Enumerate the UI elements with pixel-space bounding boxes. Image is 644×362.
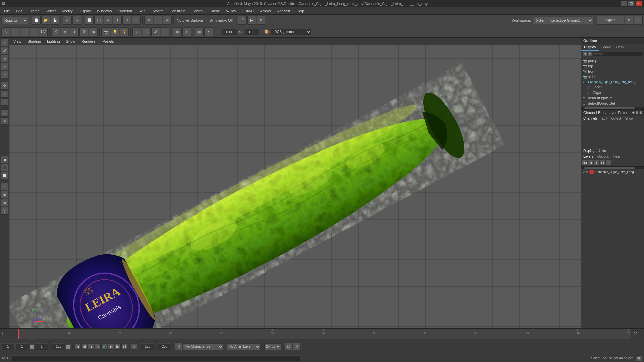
soft-mod-tool[interactable]: ◡ [1,109,8,117]
open-file-button[interactable]: 📂 [41,16,50,25]
dp-subtab-options[interactable]: Options [595,154,611,159]
dp-prev-btn[interactable]: ◀◀ [582,160,587,165]
transport-go-start[interactable]: |◀ [74,344,80,350]
menu-create[interactable]: Create [26,8,42,14]
hair-tool-button[interactable]: ∿ [1,63,8,70]
fps-select[interactable]: 24 fps [264,343,281,350]
help-icon[interactable]: ? [634,16,643,25]
dp-tab-display[interactable]: Display [581,148,596,154]
outliner-item-group[interactable]: ▸ Cannabis_Cigar_Leira_Long_ncl1_1 [581,79,644,84]
menu-help[interactable]: Help [294,8,307,14]
outliner-item-top[interactable]: 📷 top [581,63,644,69]
gamma-select[interactable]: sRGB gamma [271,28,311,35]
outliner-item-lightset[interactable]: ⊙ defaultLightSet [581,95,644,101]
paint-button[interactable]: ✏ [104,16,112,25]
isolate-button[interactable]: ◐ [195,27,204,36]
menu-skeleton[interactable]: Skeleton [115,8,135,14]
grid-icon[interactable]: ⊞ [1,199,8,206]
outliner-tab-display[interactable]: Display [581,44,599,51]
display-hscroll-handle[interactable] [584,167,635,169]
cb-tab-edit[interactable]: Edit [599,116,609,121]
wireframe-button[interactable]: ◈ [61,27,69,36]
texture-button[interactable]: 🖼 [79,27,88,36]
outliner-item-front[interactable]: 📷 front [581,69,644,74]
menu-file[interactable]: File [1,8,13,14]
lasso-button[interactable]: ◯ [94,16,103,25]
transport-loop[interactable]: ⟳ [131,344,137,350]
redo-button[interactable]: ↪ [72,16,81,25]
save-file-button[interactable]: 💾 [51,16,59,25]
render-button[interactable]: 🎬 [238,16,247,25]
viewport[interactable]: View Shading Lighting Show Renderer Pane… [9,38,581,328]
sculpt-tool[interactable]: ◡ [161,27,169,36]
window-controls[interactable]: — ❐ ✕ [621,1,644,6]
transport-play-fwd[interactable]: ▶ [101,344,107,350]
layer-row[interactable]: V P Cannabis_Cigar_Leira_Long [581,169,644,175]
cluster-tool-button[interactable]: ⊙ [1,55,8,62]
menu-edit[interactable]: Edit [13,8,25,14]
dp-subtab-help[interactable]: Help [611,154,622,159]
timeline[interactable]: 1 1 10 20 30 40 50 60 70 80 90 100 [0,328,644,339]
vp-menu-view[interactable]: View [11,39,24,44]
outliner-item-persp[interactable]: 📷 persp [581,58,644,63]
dp-add-btn[interactable]: + [606,160,611,165]
transport-prev-key[interactable]: ◀| [81,344,87,350]
anim-end-input[interactable] [141,343,154,350]
menu-3dtoall[interactable]: 3DtoAll [239,8,257,14]
select-button[interactable]: ⬜ [85,16,94,25]
settings-button-2[interactable]: ⚙ [293,343,300,350]
minimize-button[interactable]: — [621,1,627,6]
new-file-button[interactable]: 📄 [32,16,41,25]
close-button[interactable]: ✕ [635,1,642,6]
paint-tool-button[interactable]: 🖌 [1,47,8,54]
move-button[interactable]: ✛ [113,16,122,25]
vp-menu-renderer[interactable]: Renderer [78,39,99,44]
sign-in-button[interactable]: Sign In [597,16,624,25]
snap-to-grid-icon[interactable]: ⊞ [173,27,182,36]
display-hscroll[interactable] [581,166,644,169]
camera-button[interactable]: 📷 [101,27,110,36]
scale-button[interactable]: ⤢ [132,16,141,25]
outliner-tab-show[interactable]: Show [599,44,613,51]
restore-button[interactable]: ❐ [628,1,635,6]
dp-prev2-btn[interactable]: ◀ [588,160,593,165]
rotate-button[interactable]: ↺ [122,16,131,25]
highlight-button[interactable]: ✦ [204,27,213,36]
select-tool-button[interactable]: ↖ [1,39,8,46]
outliner-item-objectset[interactable]: ⊙ defaultObjectSet [581,101,644,106]
dp-subtab-layers[interactable]: Layers [581,154,595,159]
vertex-button[interactable]: · [11,27,19,36]
smooth-shade-button[interactable]: ● [70,27,79,36]
paint-select-tool[interactable]: 🖌 [151,27,160,36]
layer-color-swatch[interactable] [589,170,594,174]
transport-go-end[interactable]: ▶| [121,344,127,350]
frame-current-input[interactable] [15,343,29,350]
vp-menu-lighting[interactable]: Lighting [44,39,63,44]
snap-grid-button[interactable]: ⊞ [144,16,153,25]
no-char-set-select[interactable]: No Character Set [183,343,223,350]
transport-prev-frame[interactable]: ◀ [88,344,94,350]
snap-live-icon[interactable]: ⌖ [182,27,191,36]
no-anim-layer-select[interactable]: No Anim Layer [227,343,261,350]
menu-arnold[interactable]: Arnold [257,8,273,14]
face-button[interactable]: □ [30,27,38,36]
shading-button[interactable]: ◑ [89,27,98,36]
uv-button[interactable]: UV [39,27,48,36]
input-field-2[interactable]: 1.00 [244,28,259,35]
omt-btn-2[interactable]: ⊟ [588,52,592,56]
sculpt-tool-lt[interactable]: ⊕ [1,117,8,125]
groom-tool-button[interactable]: ∼ [1,71,8,78]
vp-menu-panels[interactable]: Panels [100,39,117,44]
transport-next-frame[interactable]: ▶ [108,344,114,350]
menu-display[interactable]: Display [76,8,94,14]
menu-skin[interactable]: Skin [136,8,148,14]
move-tool-lt[interactable]: ✛ [1,82,8,89]
cb-tab-channels[interactable]: Channels [581,116,599,121]
input-field-1[interactable]: 0.00 [222,28,237,35]
omt-btn-1[interactable]: ⊞ [582,52,587,56]
char-set-icon[interactable]: ⚙ [175,343,182,350]
menu-deform[interactable]: Deform [149,8,166,14]
menu-cache[interactable]: Cache [207,8,223,14]
outliner-item-cigar[interactable]: ⬡ Cigar [581,90,644,95]
transport-next-key[interactable]: |▶ [115,344,121,350]
